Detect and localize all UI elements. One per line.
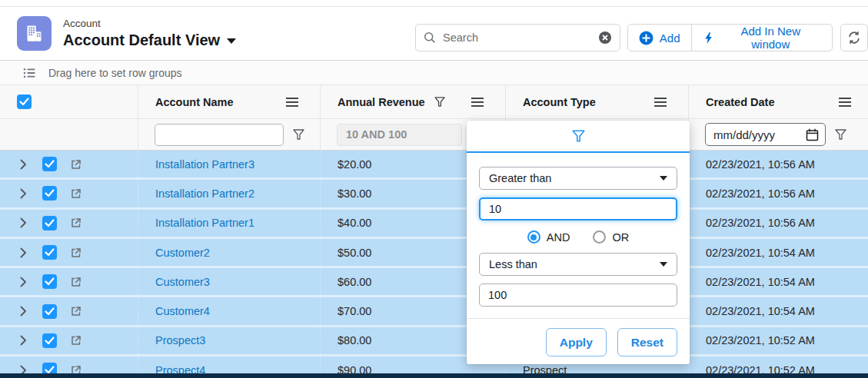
filter-value-1-input[interactable] [479, 197, 677, 220]
row-expand-chevron-icon[interactable] [20, 306, 27, 317]
column-menu-icon[interactable] [654, 98, 667, 107]
condition-1-select[interactable]: Greater than [479, 167, 677, 190]
refresh-icon [847, 31, 861, 45]
clear-search-icon[interactable] [598, 31, 612, 45]
or-radio-icon[interactable] [593, 230, 606, 244]
row-checkbox[interactable] [42, 304, 57, 319]
open-record-popout-icon[interactable] [70, 247, 82, 259]
account-name-link[interactable]: Prospect3 [155, 334, 205, 346]
add-in-new-window-button[interactable]: Add In New window [692, 25, 833, 51]
filter-cell-created-date: mm/dd/yyyy [689, 119, 868, 150]
table-row[interactable]: Customer3 $60.00 02/23/2021, 10:54 AM [0, 268, 868, 297]
row-expand-chevron-icon[interactable] [20, 217, 27, 228]
row-checkbox[interactable] [42, 186, 57, 201]
table-row[interactable]: Prospect3 $80.00 02/23/2021, 10:52 AM [0, 327, 868, 356]
refresh-button[interactable] [840, 24, 868, 51]
open-record-popout-icon[interactable] [70, 276, 82, 288]
row-expand-chevron-icon[interactable] [20, 159, 27, 170]
account-object-icon [17, 16, 52, 51]
row-expand-chevron-icon[interactable] [20, 365, 27, 373]
row-controls-cell [0, 210, 138, 237]
account-name-link[interactable]: Customer2 [155, 247, 210, 259]
account-name-link[interactable]: Customer3 [155, 276, 210, 288]
table-row[interactable]: Customer4 $70.00 02/23/2021, 10:54 AM [0, 297, 868, 327]
apply-button[interactable]: Apply [546, 328, 607, 356]
filter-cell-account-name [138, 119, 321, 150]
created-date-cell: 02/23/2021, 10:52 AM [689, 327, 868, 354]
created-date-cell: 02/23/2021, 10:54 AM [689, 239, 868, 266]
row-checkbox[interactable] [42, 245, 57, 260]
view-dropdown-caret-icon[interactable] [227, 38, 236, 44]
account-name-link[interactable]: Prospect4 [155, 364, 205, 373]
account-name-link[interactable]: Installation Partner1 [155, 217, 254, 229]
column-menu-icon[interactable] [471, 98, 484, 107]
table-row[interactable]: Installation Partner2 $30.00 02/23/2021,… [0, 180, 868, 209]
open-record-popout-icon[interactable] [70, 305, 82, 317]
open-record-popout-icon[interactable] [70, 217, 82, 229]
row-checkbox[interactable] [42, 274, 57, 289]
page-title: Account Default View [63, 30, 220, 50]
open-record-popout-icon[interactable] [70, 364, 82, 373]
table-row[interactable]: Installation Partner1 $40.00 02/23/2021,… [0, 210, 868, 239]
account-name-link[interactable]: Installation Partner3 [155, 158, 254, 171]
or-radio[interactable]: OR [593, 230, 629, 244]
search-icon [424, 32, 436, 44]
calendar-icon[interactable] [806, 128, 819, 141]
row-checkbox[interactable] [42, 363, 57, 373]
search-box[interactable] [415, 24, 620, 51]
row-group-panel[interactable]: Drag here to set row groups [0, 61, 868, 85]
reset-button[interactable]: Reset [617, 328, 677, 356]
created-date-filter-input[interactable]: mm/dd/yyyy [705, 123, 826, 146]
open-record-popout-icon[interactable] [70, 334, 82, 346]
filter-popup-body: Greater than AND OR Less than [467, 153, 690, 307]
row-checkbox[interactable] [42, 333, 57, 348]
created-date-cell: 02/23/2021, 10:54 AM [689, 268, 868, 295]
and-radio-icon[interactable] [527, 230, 540, 244]
row-checkbox[interactable] [42, 157, 57, 171]
row-checkbox[interactable] [42, 216, 57, 230]
filter-cell-controls [0, 119, 138, 150]
account-name-filter-funnel-icon[interactable] [293, 129, 304, 140]
row-controls-cell [0, 297, 138, 324]
row-expand-chevron-icon[interactable] [20, 277, 27, 287]
lightning-bolt-icon [703, 32, 714, 45]
created-date-cell: 02/23/2021, 10:54 AM [689, 297, 868, 324]
header-select-all-cell [0, 85, 138, 118]
date-placeholder: mm/dd/yyyy [713, 128, 784, 141]
row-expand-chevron-icon[interactable] [20, 247, 27, 258]
column-menu-icon[interactable] [839, 98, 851, 107]
select-all-checkbox[interactable] [17, 94, 32, 109]
grid-header-row: Account Name Annual Revenue Account Type… [0, 85, 868, 119]
row-expand-chevron-icon[interactable] [20, 188, 27, 199]
account-name-cell: Prospect3 [138, 327, 321, 354]
created-date-filter-funnel-icon[interactable] [835, 129, 846, 140]
table-row[interactable]: Customer2 $50.00 02/23/2021, 10:54 AM [0, 239, 868, 268]
entity-header: Account Account Default View [17, 16, 236, 51]
row-expand-chevron-icon[interactable] [20, 335, 27, 346]
account-name-cell: Installation Partner2 [138, 180, 321, 207]
filter-value-2-input[interactable] [479, 284, 677, 307]
table-row[interactable]: Prospect4 $90.00 Prospect 02/23/2021, 10… [0, 356, 868, 373]
plus-circle-icon [639, 31, 653, 45]
table-row[interactable]: Installation Partner3 $20.00 02/23/2021,… [0, 151, 868, 180]
open-record-popout-icon[interactable] [70, 158, 82, 171]
view-selector[interactable]: Account Default View [63, 30, 236, 50]
account-name-link[interactable]: Installation Partner2 [155, 187, 254, 200]
add-button[interactable]: Add [628, 25, 691, 51]
filter-tab-funnel-icon[interactable] [572, 130, 585, 142]
entity-label: Account [63, 17, 236, 30]
column-menu-icon[interactable] [286, 98, 298, 107]
search-input[interactable] [443, 32, 598, 44]
rows: Installation Partner3 $20.00 02/23/2021,… [0, 151, 868, 373]
add-button-group: Add Add In New window [627, 24, 833, 51]
annual-revenue-filter-summary[interactable]: 10 AND 100 [337, 124, 462, 146]
condition-2-select[interactable]: Less than [479, 253, 677, 276]
account-name-filter-input[interactable] [155, 124, 284, 146]
column-header-created-date[interactable]: Created Date [689, 85, 868, 118]
open-record-popout-icon[interactable] [70, 187, 82, 200]
column-header-account-name[interactable]: Account Name [138, 85, 321, 118]
account-name-link[interactable]: Customer4 [155, 305, 210, 317]
column-header-annual-revenue[interactable]: Annual Revenue [321, 85, 506, 118]
column-header-account-type[interactable]: Account Type [506, 85, 689, 118]
and-radio[interactable]: AND [527, 230, 570, 244]
